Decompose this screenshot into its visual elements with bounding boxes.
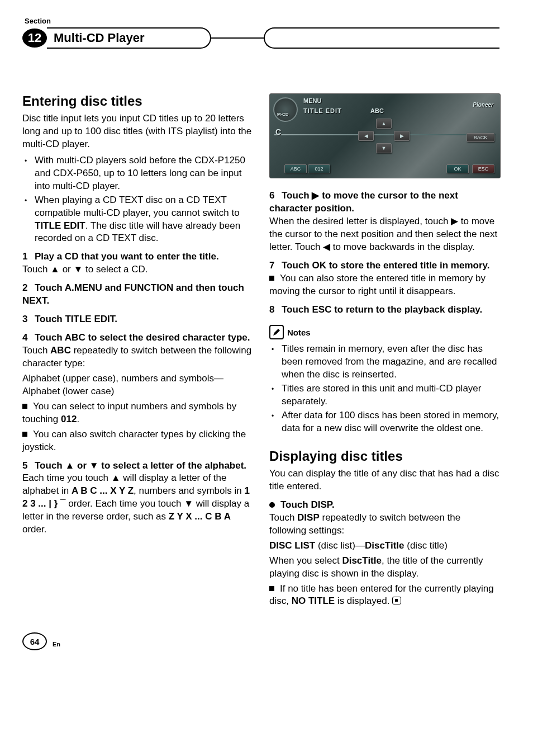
step-text: Touch ABC to select the desired characte… <box>35 332 250 343</box>
end-section-icon <box>392 597 401 604</box>
text-strong: Z Y X ... C B A <box>169 511 231 522</box>
text-strong: TITLE EDIT <box>35 220 85 231</box>
step-4-note2: You can also switch character types by c… <box>22 428 253 454</box>
text-strong: NO TITLE <box>292 596 335 606</box>
notes-header: Notes <box>269 325 499 339</box>
header-line <box>210 37 264 39</box>
title-edit-screenshot: M·CD MENU TITLE EDIT ABC Pioneer C ▲ ◀ ▶… <box>269 93 501 178</box>
step-7: 7Touch OK to store the entered title in … <box>269 259 499 272</box>
list-item: Titles remain in memory, even after the … <box>282 343 499 381</box>
heading-displaying-disc-titles: Displaying disc titles <box>269 448 499 464</box>
text: (disc list)— <box>315 540 365 551</box>
list-item: After data for 100 discs has been stored… <box>282 409 499 435</box>
disp-step: Touch DISP. <box>269 499 499 512</box>
arrow-up-button[interactable]: ▲ <box>376 119 392 129</box>
chapter-title: Multi-CD Player <box>47 27 211 49</box>
step-text: Touch ▶ to move the cursor to the next c… <box>269 190 458 214</box>
step-1-sub: Touch ▲ or ▼ to select a CD. <box>22 263 253 276</box>
arrow-left-button[interactable]: ◀ <box>358 131 374 141</box>
text: When playing a CD TEXT disc on a CD TEXT… <box>35 195 240 218</box>
text-c-label: C <box>275 127 281 136</box>
notes-list: Titles remain in memory, even after the … <box>269 343 499 435</box>
text-strong: DiscTitle <box>365 540 404 551</box>
arrow-down-icon: ▼ <box>382 145 387 151</box>
text-strong: DISP <box>297 512 320 523</box>
intro-text: Disc title input lets you input CD title… <box>22 112 253 151</box>
text: Touch <box>22 345 50 356</box>
text: You can select to input numbers and symb… <box>22 401 236 424</box>
disp-sub1: Touch DISP repeatedly to switch between … <box>269 512 499 537</box>
step-text: Play a CD that you want to enter the tit… <box>35 251 219 262</box>
step-5-sub: Each time you touch ▲ will display a let… <box>22 472 253 536</box>
arrow-down-button[interactable]: ▼ <box>376 143 392 153</box>
text-strong: DISC LIST <box>269 540 315 551</box>
square-bullet-icon <box>22 404 27 409</box>
header-empty-pill <box>264 27 499 49</box>
section-label: Section <box>25 17 499 25</box>
chapter-number: 12 <box>22 29 47 48</box>
step-6-sub: When the desired letter is displayed, to… <box>269 215 499 254</box>
language-label: En <box>53 641 60 648</box>
displaying-intro: You can display the title of any disc th… <box>269 467 499 493</box>
abc-button[interactable]: ABC <box>284 164 307 173</box>
step-4-sub: Touch ABC repeatedly to switch between t… <box>22 344 253 370</box>
step-3: 3Touch TITLE EDIT. <box>22 313 253 326</box>
disp-sub3: When you select DiscTitle, the title of … <box>269 555 499 580</box>
text: (disc title) <box>404 540 448 551</box>
left-column: Entering disc titles Disc title input le… <box>22 93 253 610</box>
title-edit-label: TITLE EDIT <box>303 107 342 114</box>
list-item: With multi-CD players sold before the CD… <box>35 154 253 193</box>
text-strong: A B C ... X Y Z <box>72 485 134 496</box>
back-button[interactable]: BACK <box>467 133 494 142</box>
step-2: 2Touch A.MENU and FUNCTION and then touc… <box>22 282 253 308</box>
bullet-list: With multi-CD players sold before the CD… <box>22 154 253 245</box>
text: You can also store the entered title in … <box>269 273 486 296</box>
text: Touch <box>269 512 297 523</box>
step-6: 6Touch ▶ to move the cursor to the next … <box>269 190 499 215</box>
page-footer: 64 En <box>22 632 499 650</box>
list-item: When playing a CD TEXT disc on a CD TEXT… <box>35 194 253 245</box>
notes-label: Notes <box>287 328 311 337</box>
square-bullet-icon <box>269 276 274 281</box>
text-strong: 012 <box>61 414 77 424</box>
bullet-dot-icon <box>269 502 275 508</box>
step-text: Touch ▲ or ▼ to select a letter of the a… <box>35 460 246 471</box>
text: You can also switch character types by c… <box>22 429 246 452</box>
arrow-right-button[interactable]: ▶ <box>394 131 410 141</box>
abc-label: ABC <box>370 107 384 114</box>
disp-note: If no title has been entered for the cur… <box>269 583 499 608</box>
step-4: 4Touch ABC to select the desired charact… <box>22 332 253 344</box>
step-5: 5Touch ▲ or ▼ to select a letter of the … <box>22 460 253 472</box>
num-button[interactable]: 012 <box>308 164 330 173</box>
chapter-header: 12 Multi-CD Player <box>22 27 499 49</box>
step-1: 1Play a CD that you want to enter the ti… <box>22 251 253 263</box>
step-7-note: You can also store the entered title in … <box>269 272 499 298</box>
text-strong: DiscTitle <box>342 555 382 566</box>
screenshot-line <box>274 134 496 135</box>
step-text: Touch DISP. <box>280 499 335 510</box>
text: . <box>77 414 79 424</box>
step-text: Touch ESC to return to the playback disp… <box>282 304 482 315</box>
step-4-note1: You can select to input numbers and symb… <box>22 400 253 426</box>
page-number: 64 <box>22 632 47 650</box>
text: order. <box>22 524 46 535</box>
page: Section 12 Multi-CD Player Entering disc… <box>0 0 533 667</box>
ok-button[interactable]: OK <box>446 164 469 173</box>
list-item: Titles are stored in this unit and multi… <box>282 382 499 408</box>
text: When you select <box>269 555 342 566</box>
arrow-right-icon: ▶ <box>400 133 404 139</box>
right-column: M·CD MENU TITLE EDIT ABC Pioneer C ▲ ◀ ▶… <box>269 93 499 610</box>
menu-label: MENU <box>303 97 321 104</box>
square-bullet-icon <box>269 586 274 591</box>
arrow-up-icon: ▲ <box>382 121 387 126</box>
text: , numbers and symbols in <box>134 485 244 496</box>
heading-entering-disc-titles: Entering disc titles <box>22 93 253 109</box>
esc-button[interactable]: ESC <box>472 164 494 173</box>
text-strong: ABC <box>50 345 71 356</box>
arrow-left-icon: ◀ <box>364 133 368 139</box>
pencil-icon <box>269 325 284 339</box>
step-text: Touch TITLE EDIT. <box>35 314 117 324</box>
disp-sub2: DISC LIST (disc list)—DiscTitle (disc ti… <box>269 540 499 552</box>
square-bullet-icon <box>22 432 27 437</box>
step-text: Touch OK to store the entered title in m… <box>282 260 489 271</box>
